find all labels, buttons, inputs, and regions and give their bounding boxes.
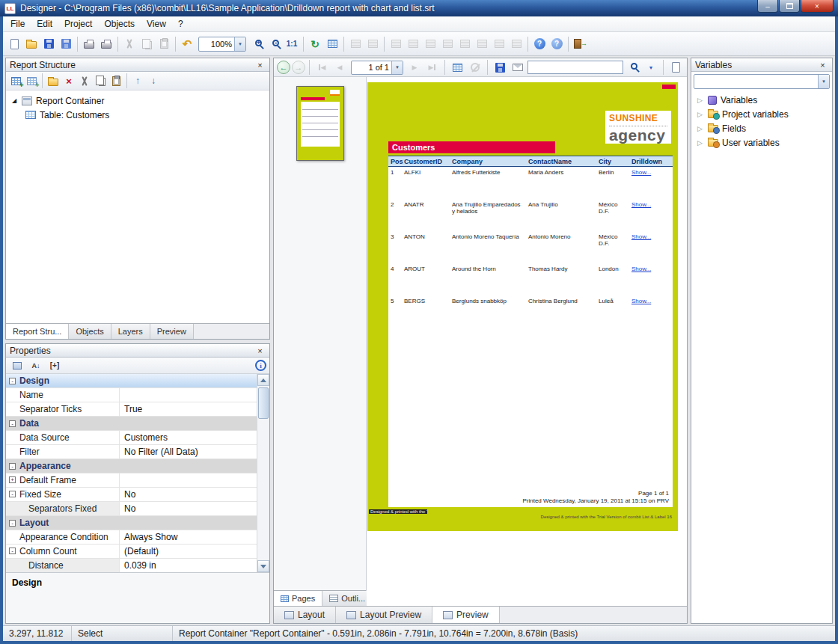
property-value[interactable]: Always Show	[124, 532, 177, 542]
property-row-separators-fixed[interactable]: Separators Fixed No	[6, 502, 257, 516]
drilldown-link[interactable]: Show...	[631, 298, 673, 328]
paste-button[interactable]	[156, 36, 172, 52]
property-row-appearance-condition[interactable]: Appearance Condition Always Show	[6, 530, 257, 545]
history-forward-button[interactable]: →	[292, 61, 305, 74]
drilldown-link[interactable]: Show...	[631, 169, 673, 199]
close-button[interactable]: ×	[801, 0, 834, 13]
property-group-data[interactable]: - Data	[6, 417, 257, 431]
collapse-icon[interactable]: -	[9, 420, 16, 427]
edit-element-button[interactable]	[46, 73, 61, 88]
first-page-button[interactable]: ◀	[314, 59, 330, 76]
property-group-design[interactable]: - Design	[6, 374, 257, 388]
context-help-button[interactable]: ?	[548, 36, 565, 52]
delete-element-button[interactable]: ×	[61, 73, 76, 88]
align-right-button[interactable]	[405, 36, 421, 52]
property-row-separator-ticks[interactable]: Separator Ticks True	[6, 402, 257, 417]
zoom-dropdown-button[interactable]: ▼	[234, 37, 245, 51]
property-row-default-frame[interactable]: +Default Frame	[6, 473, 257, 488]
suppress-pages-button[interactable]	[467, 59, 483, 76]
menu-edit[interactable]: Edit	[31, 17, 58, 31]
title-bar[interactable]: LL Designer - C:\Program Files (x86)\com…	[0, 0, 838, 16]
property-group-appearance[interactable]: - Appearance	[6, 459, 257, 473]
align-top-button[interactable]	[422, 36, 438, 52]
property-value[interactable]: True	[124, 404, 142, 414]
search-button[interactable]	[625, 59, 641, 76]
help-button[interactable]: ?	[531, 36, 548, 52]
exit-button[interactable]	[572, 36, 588, 52]
drilldown-link[interactable]: Show...	[631, 201, 673, 231]
tab-layout[interactable]: Layout	[274, 607, 336, 623]
close-panel-button[interactable]: ×	[817, 60, 828, 70]
history-back-button[interactable]: ←	[277, 61, 290, 74]
tab-objects[interactable]: Objects	[69, 324, 111, 339]
scroll-down-button[interactable]	[257, 560, 269, 572]
property-value[interactable]: 0.039 in	[124, 560, 156, 571]
same-width-button[interactable]	[456, 36, 473, 52]
menu-view[interactable]: View	[141, 17, 172, 31]
tab-layout-preview[interactable]: Layout Preview	[336, 607, 432, 623]
tab-layers[interactable]: Layers	[111, 324, 150, 339]
variables-dropdown-button[interactable]: ▼	[818, 75, 829, 88]
report-parameters-button[interactable]	[449, 59, 465, 76]
collapse-icon[interactable]: -	[9, 520, 16, 527]
move-down-button[interactable]: ↓	[146, 73, 161, 88]
scrollbar-thumb[interactable]	[258, 387, 269, 419]
zoom-out-button[interactable]	[266, 36, 283, 52]
expand-all-button[interactable]: [+]	[46, 358, 63, 374]
property-value[interactable]: No Filter (All Data)	[124, 447, 198, 457]
tab-preview[interactable]: Preview	[432, 607, 500, 623]
close-panel-button[interactable]: ×	[254, 346, 266, 356]
paste-element-button[interactable]	[108, 73, 123, 88]
categorized-view-button[interactable]	[9, 358, 25, 374]
collapse-icon[interactable]: -	[9, 491, 16, 497]
same-height-button[interactable]	[474, 36, 490, 52]
insert-element-button[interactable]	[8, 73, 23, 88]
align-bottom-button[interactable]	[439, 36, 456, 52]
property-value[interactable]: (Default)	[124, 546, 159, 556]
property-row-fixed-size[interactable]: -Fixed Size No	[6, 488, 257, 502]
zoom-combo[interactable]: 100% ▼	[198, 37, 246, 52]
property-row-distance[interactable]: Distance 0.039 in	[6, 559, 257, 572]
property-value[interactable]: Customers	[124, 432, 168, 443]
menu-project[interactable]: Project	[58, 17, 98, 31]
save-project-button[interactable]	[40, 36, 57, 52]
actual-size-button[interactable]: 1:1	[284, 36, 300, 52]
maximize-button[interactable]	[779, 0, 800, 13]
last-page-button[interactable]: ▶	[424, 59, 441, 76]
scroll-up-button[interactable]	[257, 374, 269, 386]
send-preview-button[interactable]	[510, 59, 526, 76]
zoom-in-button[interactable]	[249, 36, 266, 52]
cut-element-button[interactable]	[77, 73, 92, 88]
tree-item-project-variables[interactable]: ▷ Project variables	[691, 107, 832, 121]
align-left-button[interactable]	[388, 36, 404, 52]
collapse-icon[interactable]: -	[9, 463, 16, 470]
tab-pages[interactable]: Pages	[274, 591, 322, 606]
property-group-layout[interactable]: - Layout	[6, 516, 257, 530]
collapse-icon[interactable]: -	[9, 378, 16, 384]
drilldown-link[interactable]: Show...	[631, 233, 673, 263]
export-button[interactable]	[667, 59, 684, 76]
new-project-button[interactable]	[6, 36, 22, 52]
tab-outline[interactable]: Outli...	[322, 591, 373, 606]
print-button[interactable]	[81, 36, 97, 52]
properties-scrollbar[interactable]	[257, 374, 269, 572]
close-panel-button[interactable]: ×	[254, 60, 266, 70]
collapse-icon[interactable]: -	[9, 548, 16, 554]
expand-icon[interactable]: +	[9, 476, 16, 483]
search-options-button[interactable]: ▼	[643, 59, 659, 76]
info-button[interactable]: i	[255, 360, 266, 371]
project-wizard-button[interactable]	[324, 36, 340, 52]
arrange-objects-button[interactable]	[364, 36, 381, 52]
property-value[interactable]: No	[124, 503, 135, 514]
undo-button[interactable]: ↶	[179, 36, 195, 52]
property-row-column-count[interactable]: -Column Count (Default)	[6, 545, 257, 559]
menu-objects[interactable]: Objects	[98, 17, 141, 31]
copy-element-button[interactable]	[93, 73, 108, 88]
cut-button[interactable]	[121, 36, 138, 52]
copy-button[interactable]	[138, 36, 155, 52]
align-objects-button[interactable]	[347, 36, 364, 52]
move-up-button[interactable]: ↑	[130, 73, 145, 88]
tree-expanded-icon[interactable]: ◢	[10, 97, 18, 104]
tree-item-variables[interactable]: ▷ Variables	[691, 93, 832, 107]
menu-help[interactable]: ?	[172, 17, 189, 31]
